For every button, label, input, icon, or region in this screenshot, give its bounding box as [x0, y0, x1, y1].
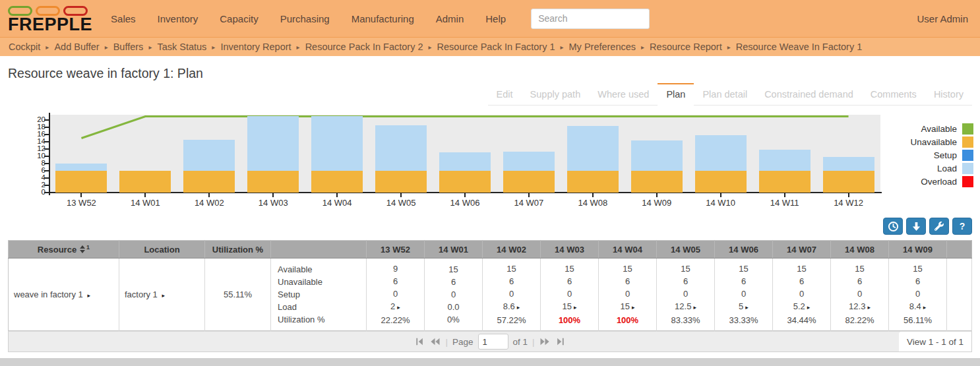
- y-axis-tick-label: 8: [19, 160, 46, 167]
- metric-available-value: 15: [659, 262, 712, 275]
- breadcrumb-item[interactable]: My Preferences: [569, 42, 636, 52]
- tab-plan[interactable]: Plan: [658, 83, 694, 106]
- metric-label: Setup: [274, 288, 363, 301]
- metric-available-value: 15: [485, 262, 537, 275]
- main-content: Resource weave in factory 1: Plan EditSu…: [0, 66, 980, 352]
- metric-load-value[interactable]: 12.5: [675, 301, 691, 311]
- pager-separator: |: [445, 337, 448, 347]
- tab-plan-detail[interactable]: Plan detail: [694, 83, 756, 106]
- tab-supply-path[interactable]: Supply path: [522, 83, 590, 106]
- legend-swatch-load: [962, 163, 973, 174]
- week-data-cell: 156012.5▸83.33%: [657, 259, 715, 331]
- metric-load-value[interactable]: 15: [621, 301, 630, 311]
- nav-item-admin[interactable]: Admin: [436, 13, 464, 24]
- drilldown-arrow-icon[interactable]: ▸: [632, 304, 635, 311]
- metric-load-value[interactable]: 5: [739, 301, 743, 311]
- breadcrumb-item[interactable]: Add Buffer: [54, 42, 99, 52]
- context-menu-arrow-icon[interactable]: ▸: [162, 292, 165, 299]
- nav-item-purchasing[interactable]: Purchasing: [280, 13, 330, 24]
- drilldown-arrow-icon[interactable]: ▸: [807, 304, 811, 311]
- user-menu[interactable]: User Admin: [917, 13, 968, 24]
- bar-segment-load: [503, 152, 555, 171]
- week-data-cell: 15600.00%: [425, 259, 483, 331]
- breadcrumb-item[interactable]: Cockpit: [9, 42, 40, 52]
- metric-available-value: 15: [834, 262, 886, 275]
- metric-load-row: 2▸: [369, 300, 421, 314]
- breadcrumb-item[interactable]: Resource Report: [650, 42, 722, 52]
- pager-prev-button[interactable]: [429, 337, 441, 346]
- metric-label: Unavailable: [274, 276, 363, 288]
- metric-load-value[interactable]: 8.6: [503, 301, 515, 311]
- column-header-resource[interactable]: Resource1: [9, 241, 119, 259]
- x-axis-tick-label: 14 W06: [436, 198, 494, 208]
- export-button[interactable]: [906, 218, 926, 235]
- x-axis-tick: [272, 193, 274, 197]
- page-number-input[interactable]: [478, 334, 508, 350]
- x-axis-tick: [784, 193, 785, 197]
- tab-edit[interactable]: Edit: [488, 83, 522, 106]
- tab-where-used[interactable]: Where used: [589, 83, 658, 106]
- chart-legend: AvailableUnavailableSetupLoadOverload: [910, 122, 973, 188]
- drilldown-arrow-icon[interactable]: ▸: [745, 304, 749, 311]
- breadcrumb-item[interactable]: Buffers: [113, 42, 144, 52]
- metric-load-value[interactable]: 15: [563, 301, 572, 311]
- pager-last-button[interactable]: [555, 337, 565, 346]
- y-axis-tick-label: 16: [19, 131, 46, 138]
- breadcrumb-item[interactable]: Inventory Report: [220, 42, 291, 52]
- drilldown-arrow-icon[interactable]: ▸: [867, 304, 871, 311]
- search-input[interactable]: [531, 9, 650, 29]
- column-header-location[interactable]: Location: [119, 241, 205, 259]
- drilldown-arrow-icon[interactable]: ▸: [923, 304, 927, 311]
- metric-load-value[interactable]: 8.4: [909, 301, 921, 311]
- nav-item-inventory[interactable]: Inventory: [158, 13, 199, 24]
- time-buckets-button[interactable]: [883, 218, 903, 235]
- bar-segment-unavailable: [567, 171, 619, 193]
- sort-icon: [80, 245, 85, 253]
- metric-setup-value: 0: [543, 288, 596, 300]
- table-row: weave in factory 1 ▸ factory 1 ▸ 55.11% …: [9, 259, 972, 331]
- pager-next-button[interactable]: [539, 337, 551, 346]
- nav-item-manufacturing[interactable]: Manufacturing: [352, 13, 414, 24]
- sort-order-number: 1: [86, 244, 90, 251]
- drilldown-arrow-icon[interactable]: ▸: [517, 304, 520, 311]
- drilldown-arrow-icon[interactable]: ▸: [397, 304, 400, 311]
- x-axis-tick-label: 14 W12: [820, 198, 878, 208]
- metric-setup-value: 0: [776, 288, 828, 300]
- y-axis-tick-label: 12: [19, 145, 46, 152]
- page-title: Resource weave in factory 1: Plan: [8, 66, 972, 81]
- first-page-icon: [415, 337, 425, 346]
- breadcrumb-item[interactable]: Resource Pack In Factory 1: [437, 42, 555, 52]
- y-axis-tick-label: 6: [19, 167, 46, 174]
- breadcrumb-item[interactable]: Task Status: [157, 42, 206, 52]
- resource-link[interactable]: weave in factory 1: [14, 290, 83, 299]
- filler-cell: [947, 259, 972, 331]
- week-column-header: 14 W05: [657, 241, 715, 259]
- customize-button[interactable]: [929, 218, 949, 235]
- breadcrumb-item[interactable]: Resource Weave In Factory 1: [736, 42, 863, 52]
- location-link[interactable]: factory 1: [125, 290, 158, 299]
- breadcrumb-separator-icon: ▸: [297, 44, 300, 51]
- tab-comments[interactable]: Comments: [862, 83, 925, 106]
- pager-first-button[interactable]: [415, 337, 425, 346]
- x-axis-tick: [400, 193, 402, 197]
- context-menu-arrow-icon[interactable]: ▸: [87, 292, 90, 299]
- metric-load-value[interactable]: 12.3: [849, 301, 865, 311]
- bar-segment-unavailable: [823, 171, 874, 193]
- tab-constrained-demand[interactable]: Constrained demand: [756, 83, 862, 106]
- x-axis-tick: [848, 193, 849, 197]
- nav-item-help[interactable]: Help: [485, 13, 506, 24]
- bar-segment-unavailable: [247, 171, 299, 193]
- column-header-utilization[interactable]: Utilization %: [205, 241, 271, 259]
- nav-item-sales[interactable]: Sales: [111, 13, 136, 24]
- legend-label: Available: [921, 124, 957, 134]
- metric-load-value[interactable]: 5.2: [793, 301, 805, 311]
- x-axis-tick: [656, 193, 658, 197]
- nav-item-capacity[interactable]: Capacity: [220, 13, 258, 24]
- metric-load-value[interactable]: 2: [390, 301, 395, 311]
- tab-history[interactable]: History: [925, 83, 972, 106]
- breadcrumb-item[interactable]: Resource Pack In Factory 2: [305, 42, 423, 52]
- help-button[interactable]: ?: [952, 218, 972, 235]
- drilldown-arrow-icon[interactable]: ▸: [693, 304, 696, 311]
- drilldown-arrow-icon[interactable]: ▸: [574, 304, 577, 311]
- frepple-logo[interactable]: FREPPLE: [0, 3, 92, 34]
